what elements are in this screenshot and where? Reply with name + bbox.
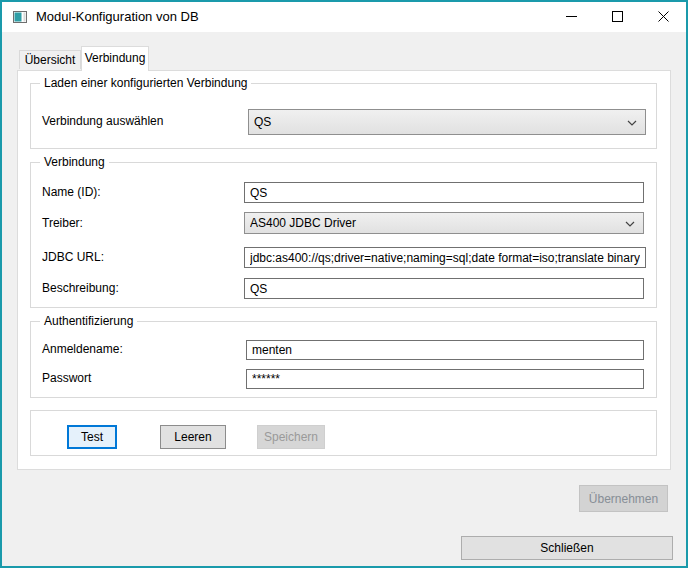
description-label: Beschreibung: — [42, 280, 119, 296]
name-id-label: Name (ID): — [42, 184, 101, 200]
maximize-button[interactable] — [594, 2, 640, 32]
password-field[interactable] — [246, 369, 644, 389]
driver-label: Treiber: — [42, 215, 83, 231]
jdbc-url-field[interactable] — [244, 247, 646, 268]
dialog-window: Modul-Konfiguration von DB Übersicht Ver… — [0, 0, 688, 568]
group-connection-title: Verbindung — [40, 155, 109, 169]
chevron-down-icon — [627, 115, 637, 129]
username-field[interactable] — [246, 340, 644, 360]
window-title: Modul-Konfiguration von DB — [36, 2, 199, 32]
close-button[interactable] — [640, 2, 686, 32]
description-field[interactable] — [244, 278, 644, 299]
chevron-down-icon — [625, 216, 635, 230]
group-load-title: Laden einer konfigurierten Verbindung — [40, 76, 251, 90]
group-authentication-title: Authentifizierung — [40, 314, 137, 328]
action-button-group — [30, 410, 657, 456]
password-label: Passwort — [42, 370, 91, 386]
name-id-field[interactable] — [244, 182, 644, 203]
driver-select[interactable]: AS400 JDBC Driver — [244, 212, 644, 234]
close-icon — [658, 10, 669, 25]
minimize-button[interactable] — [548, 2, 594, 32]
save-button[interactable]: Speichern — [257, 425, 325, 449]
connection-select-label: Verbindung auswählen — [42, 113, 163, 129]
jdbc-url-label: JDBC URL: — [42, 249, 104, 265]
title-bar: Modul-Konfiguration von DB — [2, 2, 686, 32]
tab-uebersicht[interactable]: Übersicht — [19, 50, 81, 69]
connection-select[interactable]: QS — [248, 109, 646, 135]
driver-select-value: AS400 JDBC Driver — [250, 216, 625, 230]
window-controls — [548, 2, 686, 32]
close-dialog-button[interactable]: Schließen — [461, 536, 673, 560]
apply-button[interactable]: Übernehmen — [579, 485, 668, 512]
clear-button[interactable]: Leeren — [160, 425, 226, 449]
application-icon — [12, 9, 28, 25]
tab-verbindung[interactable]: Verbindung — [81, 46, 149, 71]
test-button[interactable]: Test — [67, 425, 117, 449]
maximize-icon — [612, 10, 623, 25]
username-label: Anmeldename: — [42, 341, 123, 357]
connection-select-value: QS — [254, 115, 627, 129]
minimize-icon — [566, 10, 577, 25]
